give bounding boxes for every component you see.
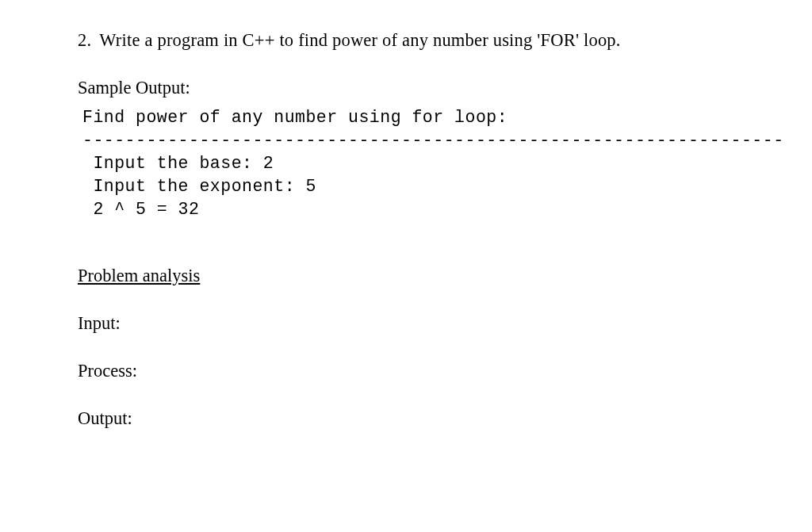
code-output-block: Find power of any number using for loop:…: [82, 106, 734, 221]
question-number: 2.: [78, 30, 91, 51]
code-line-input-exponent: Input the exponent: 5: [82, 177, 316, 196]
question-text: Write a program in C++ to find power of …: [99, 30, 734, 51]
question-line: 2. Write a program in C++ to find power …: [78, 30, 734, 51]
code-line-input-base: Input the base: 2: [82, 154, 274, 173]
code-line-divider: ----------------------------------------…: [82, 131, 784, 150]
sample-output-heading: Sample Output:: [78, 78, 734, 98]
code-line-title: Find power of any number using for loop:: [82, 108, 508, 127]
output-label: Output:: [78, 408, 734, 429]
code-line-result: 2 ^ 5 = 32: [82, 200, 199, 219]
document-page: 2. Write a program in C++ to find power …: [0, 0, 812, 429]
input-label: Input:: [78, 313, 734, 334]
process-label: Process:: [78, 361, 734, 381]
problem-analysis-heading: Problem analysis: [78, 266, 734, 286]
